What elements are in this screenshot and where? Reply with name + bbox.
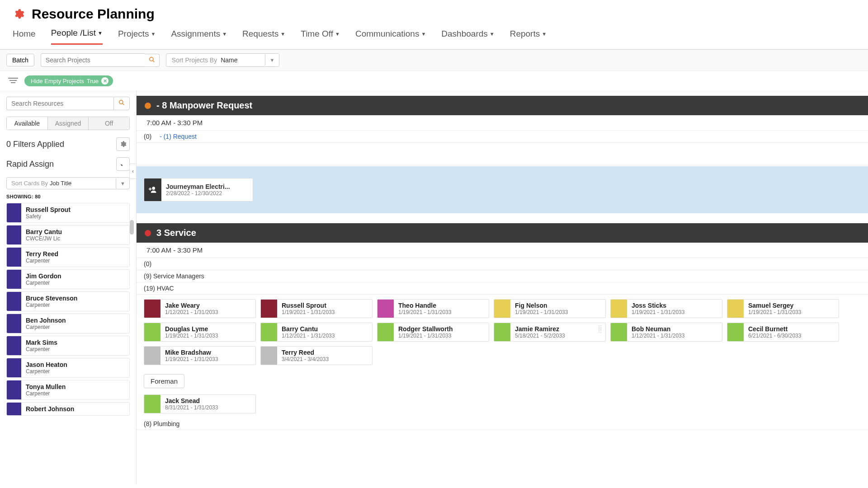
nav-item-projects[interactable]: Projects ▼ xyxy=(118,28,156,45)
assignment-dates: 1/19/2021 - 1/31/2033 xyxy=(398,333,453,339)
close-icon[interactable]: ✕ xyxy=(101,77,108,84)
request-link[interactable]: - (1) Request xyxy=(160,133,197,140)
search-projects-input[interactable] xyxy=(41,53,145,67)
sort-projects-dropdown[interactable]: Sort Projects By Name ▼ xyxy=(166,53,280,67)
page-title: Resource Planning xyxy=(32,6,155,22)
chevron-down-icon[interactable]: ▼ xyxy=(116,178,129,188)
request-title: Journeyman Electri... xyxy=(166,183,230,190)
resource-color-bar xyxy=(7,380,21,399)
sort-cards-dropdown[interactable]: Sort Cards By Job Title ▼ xyxy=(6,177,130,189)
resource-card[interactable]: Robert Johnson xyxy=(6,402,130,416)
assignment-color-bar xyxy=(727,323,744,341)
assignment-card[interactable]: Jack Snead8/31/2021 - 1/31/2033 xyxy=(144,394,256,413)
request-card[interactable]: Journeyman Electri... 2/28/2022 - 12/30/… xyxy=(144,178,253,202)
nav-item-reports[interactable]: Reports ▼ xyxy=(510,28,547,45)
nav-item-requests[interactable]: Requests ▼ xyxy=(242,28,285,45)
foreman-label[interactable]: Foreman xyxy=(144,374,184,388)
assignment-name: Jake Weary xyxy=(165,302,218,309)
resource-name: Mark Sims xyxy=(26,339,57,346)
assignment-dates: 1/19/2021 - 1/31/2033 xyxy=(398,309,451,315)
person-add-icon xyxy=(144,178,161,201)
assignment-color-bar xyxy=(261,323,277,341)
assignment-card[interactable]: Samuel Sergey1/19/2021 - 1/31/2033 xyxy=(727,299,839,318)
assignment-name: Jamie Ramirez xyxy=(515,325,565,333)
resource-role: Carpenter xyxy=(26,258,58,264)
assignment-card[interactable]: Fig Nelson1/19/2021 - 1/31/2033 xyxy=(494,299,606,318)
resource-card[interactable]: Ben JohnsonCarpenter xyxy=(6,314,130,333)
segment-off[interactable]: Off xyxy=(89,117,129,130)
nav-item-time-off[interactable]: Time Off ▼ xyxy=(301,28,340,45)
assignment-card[interactable]: Douglas Lyme1/19/2021 - 1/31/2033 xyxy=(144,323,256,342)
resource-color-bar xyxy=(7,270,21,289)
resource-list: Russell SproutSafetyBarry CantuCWCE/JW L… xyxy=(6,203,130,416)
assignment-card[interactable]: Rodger Stallworth1/19/2021 - 1/31/2033 xyxy=(377,323,489,342)
group-service-managers[interactable]: (9) Service Managers xyxy=(137,270,868,282)
resource-card[interactable]: Mark SimsCarpenter xyxy=(6,336,130,356)
assignment-card[interactable]: Joss Sticks1/19/2021 - 1/31/2033 xyxy=(610,299,722,318)
resource-role: Carpenter xyxy=(26,280,61,286)
group-title: - 8 Manpower Request xyxy=(156,100,252,111)
resource-card[interactable]: Jason HeatonCarpenter xyxy=(6,358,130,378)
rapid-assign-button[interactable] xyxy=(116,157,130,171)
status-dot-icon xyxy=(145,103,151,109)
segment-available[interactable]: Available xyxy=(7,117,48,130)
resource-card[interactable]: Jim GordonCarpenter xyxy=(6,269,130,289)
filter-icon[interactable] xyxy=(8,78,18,84)
search-resources-button[interactable] xyxy=(113,97,130,110)
sidebar-collapse-button[interactable]: ‹ xyxy=(129,164,137,179)
batch-button[interactable]: Batch xyxy=(6,54,34,66)
assignment-color-bar xyxy=(611,323,627,341)
scrollbar-handle[interactable] xyxy=(130,220,134,235)
assignment-card[interactable]: Russell Sprout1/19/2021 - 1/31/2033 xyxy=(260,299,373,318)
nav-item-assignments[interactable]: Assignments ▼ xyxy=(171,28,227,45)
resource-name: Ben Johnson xyxy=(26,317,66,324)
assignment-color-bar xyxy=(144,395,160,413)
assignment-card[interactable]: Barry Cantu1/12/2021 - 1/31/2033 xyxy=(260,323,373,342)
resource-card[interactable]: Russell SproutSafety xyxy=(6,203,130,223)
chevron-down-icon[interactable]: ▼ xyxy=(265,55,279,66)
assignment-card[interactable]: Jake Weary1/12/2021 - 1/31/2033 xyxy=(144,299,256,318)
assignment-dates: 1/19/2021 - 1/31/2033 xyxy=(632,309,684,315)
resource-color-bar xyxy=(7,358,21,377)
assignment-color-bar xyxy=(261,300,277,318)
search-projects-button[interactable] xyxy=(145,54,160,67)
assignment-card[interactable]: Bob Neuman1/12/2021 - 1/31/2033 xyxy=(610,323,722,342)
nav-item-people-list[interactable]: People /List ▼ xyxy=(51,28,103,45)
group-header-service[interactable]: 3 Service xyxy=(137,223,868,243)
assignment-dates: 1/19/2021 - 1/31/2033 xyxy=(515,309,568,315)
resource-color-bar xyxy=(7,336,21,355)
showing-label: SHOWING: xyxy=(6,194,33,199)
group-header-manpower[interactable]: - 8 Manpower Request xyxy=(137,96,868,115)
group-hvac[interactable]: (19) HVAC xyxy=(137,282,868,295)
segment-assigned[interactable]: Assigned xyxy=(48,117,89,130)
resource-card[interactable]: Bruce StevensonCarpenter xyxy=(6,291,130,311)
assignment-card[interactable]: Theo Handle1/19/2021 - 1/31/2033 xyxy=(377,299,489,318)
nav-item-home[interactable]: Home xyxy=(13,28,36,45)
search-resources-input[interactable] xyxy=(6,97,113,110)
resource-color-bar xyxy=(7,248,21,267)
assignment-card[interactable]: Cecil Burnett6/21/2021 - 6/30/2033 xyxy=(727,323,839,342)
resource-card[interactable]: Terry ReedCarpenter xyxy=(6,247,130,267)
chevron-down-icon: ▼ xyxy=(280,31,285,37)
resource-card[interactable]: Tonya MullenCarpenter xyxy=(6,380,130,400)
gear-button[interactable] xyxy=(116,137,130,151)
group-plumbing[interactable]: (8) Plumbing xyxy=(137,418,868,430)
assignment-card[interactable]: Mike Bradshaw1/19/2021 - 1/31/2033 xyxy=(144,346,256,365)
chevron-down-icon: ▼ xyxy=(335,31,340,37)
assignment-dates: 1/19/2021 - 1/31/2033 xyxy=(165,333,218,339)
resource-role: Carpenter xyxy=(26,302,77,308)
assignment-card[interactable]: Jamie Ramirez5/18/2021 - 5/2/2033⠿⠿ xyxy=(494,323,606,342)
nav-item-dashboards[interactable]: Dashboards ▼ xyxy=(441,28,494,45)
resource-name: Barry Cantu xyxy=(26,228,62,235)
nav-item-communications[interactable]: Communications ▼ xyxy=(355,28,426,45)
grip-icon[interactable]: ⠿⠿ xyxy=(598,327,603,333)
assignment-dates: 1/12/2021 - 1/31/2033 xyxy=(282,333,335,339)
resource-color-bar xyxy=(7,292,21,311)
resource-role: CWCE/JW Lic xyxy=(26,235,62,242)
assignment-card[interactable]: Terry Reed3/4/2021 - 3/4/2033 xyxy=(260,346,373,365)
assignment-name: Russell Sprout xyxy=(282,302,335,309)
resource-card[interactable]: Barry CantuCWCE/JW Lic xyxy=(6,225,130,245)
assignment-dates: 6/21/2021 - 6/30/2033 xyxy=(748,333,801,339)
availability-segment: AvailableAssignedOff xyxy=(6,117,130,130)
chevron-down-icon: ▼ xyxy=(98,30,103,36)
